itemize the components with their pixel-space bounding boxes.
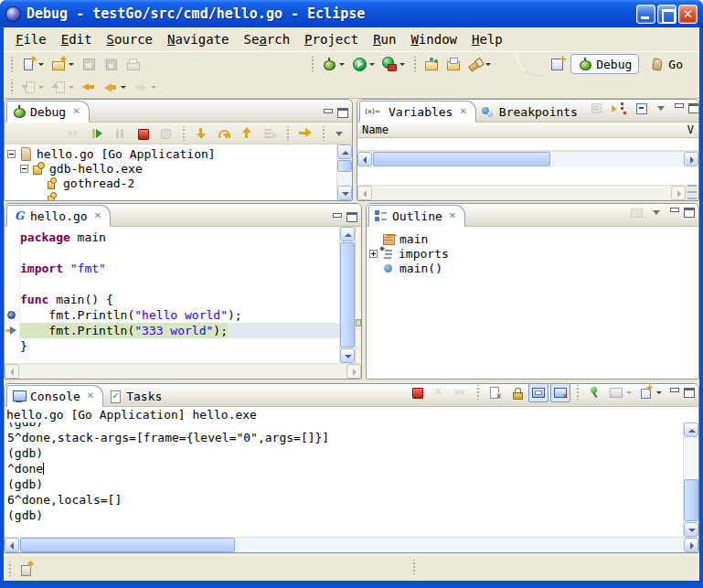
variables-table[interactable] <box>357 138 698 151</box>
editor-gutter[interactable] <box>5 307 20 323</box>
minimize-view-button[interactable] <box>323 109 334 118</box>
code-editor[interactable]: package main import "fmt" func main() { … <box>5 227 339 363</box>
run-external-tools-button[interactable] <box>379 54 408 74</box>
maximize-button[interactable] <box>657 5 676 24</box>
scroll-left-button[interactable] <box>357 152 372 166</box>
view-menu-button[interactable] <box>653 99 669 118</box>
new-button[interactable] <box>18 54 47 74</box>
maximize-view-button[interactable] <box>346 212 357 222</box>
perspective-debug[interactable]: Debug <box>570 54 639 74</box>
scroll-thumb[interactable] <box>684 479 698 521</box>
scroll-thumb[interactable] <box>20 538 235 552</box>
scroll-left-button[interactable] <box>5 538 19 552</box>
tree-item[interactable]: main <box>367 231 698 246</box>
outline-tree[interactable]: mainimportsmain() <box>367 227 698 379</box>
open-resource-button[interactable] <box>421 54 442 74</box>
editor-gutter[interactable] <box>5 292 20 307</box>
step-into-button[interactable] <box>191 123 211 144</box>
console-output[interactable]: (gdb)5^done,stack-args=[frame={level="0"… <box>5 422 683 537</box>
variables-column-headers[interactable]: Name V <box>357 123 698 138</box>
scroll-thumb[interactable] <box>373 152 550 166</box>
variables-detail-pane[interactable] <box>357 166 698 185</box>
tree-item[interactable]: hello.go [Go Application] <box>5 146 336 161</box>
debug-button[interactable] <box>319 54 347 74</box>
step-return-button[interactable] <box>237 123 257 144</box>
collapse-icon[interactable] <box>20 165 28 173</box>
editor-horizontal-scrollbar[interactable] <box>5 363 361 379</box>
menu-file[interactable]: File <box>8 30 54 48</box>
tab-tasks[interactable]: Tasks <box>103 386 170 406</box>
menu-run[interactable]: Run <box>366 30 403 48</box>
terminate-button[interactable] <box>407 383 427 402</box>
current-line-marker[interactable] <box>356 319 361 326</box>
expand-icon[interactable] <box>369 250 378 258</box>
column-value[interactable]: V <box>687 123 694 136</box>
console-horizontal-scrollbar[interactable] <box>5 537 698 552</box>
back-button[interactable] <box>101 77 129 97</box>
collapse-all-button[interactable] <box>631 99 651 118</box>
close-icon[interactable]: ✕ <box>459 107 466 116</box>
tab-hello-go[interactable]: hello.go✕ <box>6 205 111 227</box>
tree-item[interactable] <box>5 190 336 200</box>
editor-vertical-scrollbar[interactable] <box>339 227 355 363</box>
collapse-icon[interactable] <box>7 150 16 158</box>
close-icon[interactable]: ✕ <box>94 211 101 220</box>
menu-edit[interactable]: Edit <box>54 30 100 48</box>
column-name[interactable]: Name <box>362 123 687 136</box>
breakpoint-icon[interactable] <box>7 311 16 319</box>
menu-search[interactable]: Search <box>237 30 298 48</box>
tree-item[interactable]: gdb-hello.exe <box>5 161 336 176</box>
view-menu-button[interactable] <box>331 123 347 144</box>
editor-gutter[interactable] <box>5 323 20 338</box>
menu-navigate[interactable]: Navigate <box>160 30 236 48</box>
menu-help[interactable]: Help <box>464 30 510 48</box>
menu-project[interactable]: Project <box>297 30 366 48</box>
scroll-right-button[interactable] <box>684 152 698 166</box>
editor-gutter[interactable] <box>5 276 20 292</box>
menu-window[interactable]: Window <box>403 30 464 48</box>
scroll-track[interactable] <box>684 437 698 478</box>
tab-debug[interactable]: Debug✕ <box>6 101 90 123</box>
clear-console-button[interactable] <box>485 383 505 402</box>
tree-item[interactable]: main() <box>367 261 698 275</box>
maximize-view-button[interactable] <box>688 103 699 113</box>
minimize-view-button[interactable] <box>669 388 680 397</box>
pin-console-button[interactable] <box>584 383 604 402</box>
minimize-view-button[interactable] <box>669 208 680 217</box>
debug-vertical-scrollbar[interactable] <box>336 144 352 200</box>
editor-gutter[interactable] <box>5 261 20 276</box>
show-console-stdout-button[interactable] <box>528 383 549 402</box>
maximize-view-button[interactable] <box>337 108 348 118</box>
minimize-view-button[interactable] <box>674 103 685 112</box>
minimize-button[interactable] <box>636 5 655 24</box>
tab-outline[interactable]: Outline✕ <box>368 205 465 227</box>
scroll-up-button[interactable] <box>337 144 352 159</box>
scroll-down-button[interactable] <box>684 522 698 537</box>
fast-view-button[interactable] <box>16 559 37 579</box>
open-folder-button[interactable] <box>443 54 463 74</box>
tree-item[interactable]: gothread-2 <box>5 176 336 190</box>
close-icon[interactable]: ✕ <box>87 391 94 401</box>
last-edit-location-button[interactable] <box>79 77 99 97</box>
tab-breakpoints[interactable]: Breakpoints <box>476 102 586 122</box>
resume-button[interactable] <box>87 123 107 144</box>
scroll-right-button[interactable] <box>684 538 698 552</box>
statusbar-handle[interactable] <box>7 561 12 576</box>
drop-to-frame-button[interactable] <box>295 123 315 144</box>
console-vertical-scrollbar[interactable] <box>683 422 698 537</box>
tab-variables[interactable]: Variables✕ <box>359 101 476 123</box>
title-bar[interactable]: Debug - testGo/src/cmd/hello.go - Eclips… <box>0 0 703 27</box>
new-project-button[interactable] <box>48 54 77 74</box>
toolbar-handle[interactable] <box>310 57 314 71</box>
scroll-lock-button[interactable] <box>506 383 527 402</box>
tab-console[interactable]: Console✕ <box>6 385 103 407</box>
editor-gutter[interactable] <box>5 245 20 261</box>
terminate-button[interactable] <box>133 123 153 144</box>
scroll-track[interactable] <box>337 173 352 186</box>
detail-horizontal-scrollbar[interactable] <box>357 185 686 200</box>
overview-ruler[interactable] <box>355 227 361 363</box>
run-button[interactable] <box>349 54 378 74</box>
scroll-up-button[interactable] <box>684 422 698 437</box>
scroll-thumb[interactable] <box>337 160 352 172</box>
toolbar-handle[interactable] <box>9 57 14 71</box>
